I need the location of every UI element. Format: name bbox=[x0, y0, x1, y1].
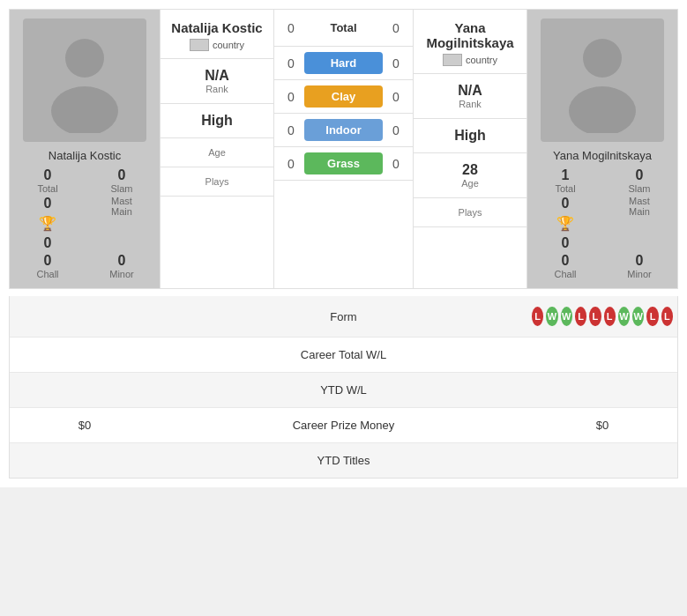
form-left bbox=[10, 306, 160, 327]
right-high-value: High bbox=[454, 128, 486, 144]
left-player-photo: Natalija Kostic 0 Total 0 Slam 0 🏆 0 Mas… bbox=[10, 10, 160, 288]
right-plays-label: Plays bbox=[459, 207, 482, 218]
right-slam-value: 0 bbox=[636, 167, 644, 183]
left-mast-value: 0 bbox=[44, 196, 52, 212]
right-info-header: Yana Mogilnitskaya country bbox=[414, 10, 526, 74]
clay-btn[interactable]: Clay bbox=[304, 85, 383, 108]
grass-btn[interactable]: Grass bbox=[304, 152, 383, 174]
left-plays-row: Plays bbox=[161, 167, 273, 197]
main-container: Natalija Kostic 0 Total 0 Slam 0 🏆 0 Mas… bbox=[0, 0, 687, 487]
left-rank-value: N/A bbox=[205, 68, 229, 84]
right-player-photo: Yana Mogilnitskaya 1 Total 0 Slam 0 🏆 0 … bbox=[527, 10, 677, 288]
indoor-btn[interactable]: Indoor bbox=[304, 119, 383, 141]
left-total-label: Total bbox=[37, 183, 57, 194]
right-mast-label-cell: Mast Main bbox=[606, 196, 673, 251]
left-info-header: Natalija Kostic country bbox=[161, 10, 273, 59]
right-main-value: 0 bbox=[562, 235, 570, 251]
left-player-info: Natalija Kostic country N/A Rank High Ag… bbox=[160, 10, 274, 288]
right-slam-label: Slam bbox=[628, 183, 650, 194]
form-badge-l: L bbox=[604, 307, 616, 326]
total-score-right: 0 bbox=[383, 21, 409, 35]
right-total-label: Total bbox=[555, 183, 575, 194]
right-plays-row: Plays bbox=[414, 198, 526, 227]
form-badge-w: W bbox=[632, 307, 644, 326]
clay-row: 0 Clay 0 bbox=[274, 80, 413, 114]
left-stats-grid: 0 Total 0 Slam 0 🏆 0 Mast Main 0 bbox=[14, 167, 155, 279]
svg-point-3 bbox=[569, 86, 636, 133]
right-country-flag: country bbox=[418, 54, 522, 66]
career-total-row: Career Total W/L bbox=[10, 338, 677, 373]
right-minor-cell: 0 Minor bbox=[606, 253, 673, 279]
left-mast-label: Mast bbox=[111, 196, 132, 206]
left-chall-cell: 0 Chall bbox=[14, 253, 81, 279]
clay-score-left: 0 bbox=[278, 90, 304, 104]
form-badge-l: L bbox=[646, 307, 658, 326]
right-age-label: Age bbox=[461, 178, 479, 189]
right-player-name-under: Yana Mogilnitskaya bbox=[553, 149, 652, 162]
prize-row: $0 Career Prize Money $0 bbox=[10, 408, 677, 443]
left-minor-cell: 0 Minor bbox=[88, 253, 155, 279]
left-slam-label: Slam bbox=[110, 183, 132, 194]
ytd-wl-right bbox=[527, 380, 677, 401]
career-right bbox=[527, 345, 677, 366]
svg-point-1 bbox=[51, 86, 118, 133]
right-rank-row: N/A Rank bbox=[414, 74, 526, 119]
left-total-cell: 0 Total bbox=[14, 167, 81, 194]
grass-row: 0 Grass 0 bbox=[274, 147, 413, 181]
left-total-value: 0 bbox=[44, 167, 52, 183]
right-player-name: Yana Mogilnitskaya bbox=[418, 20, 522, 50]
prize-label: Career Prize Money bbox=[160, 408, 527, 442]
right-chall-label: Chall bbox=[554, 269, 576, 279]
right-minor-label: Minor bbox=[627, 269, 652, 279]
form-badge-w: W bbox=[546, 307, 557, 326]
left-chall-label: Chall bbox=[36, 269, 58, 279]
indoor-score-right: 0 bbox=[383, 123, 409, 137]
left-mast-cell: 0 🏆 0 bbox=[14, 196, 81, 251]
form-badge-l: L bbox=[589, 307, 601, 326]
hard-score-right: 0 bbox=[383, 56, 409, 71]
right-mast-cell: 0 🏆 0 bbox=[532, 196, 599, 251]
right-slam-cell: 0 Slam bbox=[606, 167, 673, 194]
right-mast-label: Mast bbox=[629, 196, 650, 206]
right-country-img bbox=[443, 54, 462, 66]
left-minor-value: 0 bbox=[118, 253, 126, 269]
right-player-info: Yana Mogilnitskaya country N/A Rank High… bbox=[413, 10, 527, 288]
right-country-text: country bbox=[466, 55, 497, 65]
right-high-row: High bbox=[414, 119, 526, 153]
form-label: Form bbox=[160, 300, 527, 334]
right-age-value: 28 bbox=[462, 162, 478, 178]
left-main-value: 0 bbox=[44, 235, 52, 251]
right-mast-value: 0 bbox=[562, 196, 570, 212]
svg-point-0 bbox=[65, 39, 104, 78]
ytd-wl-label: YTD W/L bbox=[160, 373, 527, 407]
hard-btn[interactable]: Hard bbox=[304, 52, 383, 74]
prize-left: $0 bbox=[10, 408, 160, 442]
total-label: Total bbox=[304, 17, 383, 39]
form-row: Form LWWLLLWWLL bbox=[10, 296, 677, 338]
right-total-cell: 1 Total bbox=[532, 167, 599, 194]
left-slam-value: 0 bbox=[118, 167, 126, 183]
right-age-row: 28 Age bbox=[414, 153, 526, 198]
career-total-label: Career Total W/L bbox=[160, 338, 527, 372]
hard-score-left: 0 bbox=[278, 56, 304, 71]
right-trophy-icon: 🏆 bbox=[556, 215, 574, 232]
bottom-stats: Form LWWLLLWWLL Career Total W/L YTD W/L… bbox=[9, 296, 678, 479]
grass-score-left: 0 bbox=[278, 157, 304, 171]
indoor-score-left: 0 bbox=[278, 123, 304, 137]
form-badge-w: W bbox=[618, 307, 630, 326]
form-badge-w: W bbox=[561, 307, 572, 326]
ytd-titles-left bbox=[10, 450, 160, 471]
ytd-wl-row: YTD W/L bbox=[10, 373, 677, 408]
left-country-flag: country bbox=[165, 39, 269, 51]
total-score-left: 0 bbox=[278, 21, 304, 35]
left-player-name: Natalija Kostic bbox=[165, 20, 269, 35]
right-player-avatar bbox=[541, 19, 664, 142]
left-minor-label: Minor bbox=[109, 269, 134, 279]
left-player-name-under: Natalija Kostic bbox=[49, 149, 121, 162]
left-high-row: High bbox=[161, 104, 273, 138]
hard-row: 0 Hard 0 bbox=[274, 47, 413, 80]
prize-right: $0 bbox=[527, 408, 677, 442]
left-age-label: Age bbox=[208, 147, 226, 158]
left-rank-row: N/A Rank bbox=[161, 59, 273, 104]
left-plays-label: Plays bbox=[205, 176, 229, 187]
